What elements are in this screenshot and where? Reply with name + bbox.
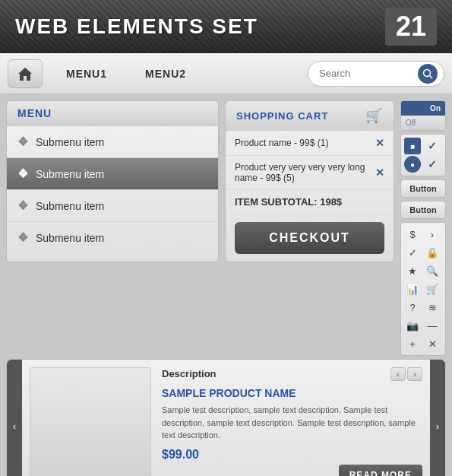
camera-icon[interactable]: 📷 bbox=[404, 317, 421, 334]
cart-remove-1[interactable]: ✕ bbox=[375, 137, 384, 149]
menu-item-4[interactable]: ❖ Submenu item bbox=[7, 222, 218, 253]
menu-item-label-1: Submenu item bbox=[36, 136, 104, 148]
svg-line-2 bbox=[430, 75, 433, 78]
cart-panel: SHOPPING CART 🛒 Product name - 99$ (1) ✕… bbox=[225, 100, 394, 262]
menu-item-label-4: Submenu item bbox=[36, 232, 104, 244]
product-description-label: Description bbox=[162, 368, 217, 379]
widget-blue-square[interactable]: ■ bbox=[404, 138, 421, 154]
home-icon bbox=[17, 66, 33, 81]
menu-bullet-3: ❖ bbox=[17, 198, 28, 213]
close-icon[interactable]: ✕ bbox=[424, 335, 441, 352]
menu-item-3[interactable]: ❖ Submenu item bbox=[7, 190, 218, 222]
nav-bar: MENU1 MENU2 bbox=[0, 53, 452, 94]
product-image bbox=[30, 367, 151, 476]
toggle-off[interactable]: Off bbox=[401, 116, 445, 130]
menu-item-2[interactable]: ❖ Submenu item bbox=[7, 158, 218, 190]
cart-header-label: SHOPPING CART bbox=[236, 110, 328, 122]
menu-header: MENU bbox=[7, 101, 218, 126]
product-nav-next[interactable]: › bbox=[407, 367, 422, 381]
cart-item-2: Product very very very very long name - … bbox=[226, 156, 394, 190]
nav-menu1[interactable]: MENU1 bbox=[47, 61, 126, 87]
cart-header: SHOPPING CART 🛒 bbox=[226, 101, 394, 131]
product-nav-prev[interactable]: ‹ bbox=[390, 367, 406, 381]
rss-icon[interactable]: ≋ bbox=[424, 299, 441, 316]
upper-content: MENU ❖ Submenu item ❖ Submenu item ❖ Sub… bbox=[0, 94, 452, 359]
widget-check-1[interactable]: ✓ bbox=[424, 138, 441, 154]
menu-panel: MENU ❖ Submenu item ❖ Submenu item ❖ Sub… bbox=[6, 100, 219, 262]
checkout-button[interactable]: CHECKOUT bbox=[235, 222, 384, 254]
chart-icon[interactable]: 📊 bbox=[404, 281, 421, 297]
menu-item-1[interactable]: ❖ Submenu item bbox=[7, 126, 218, 158]
widget-button-2[interactable]: Button bbox=[400, 201, 446, 219]
plus-icon[interactable]: + bbox=[404, 335, 421, 352]
dollar-icon[interactable]: $ bbox=[404, 226, 421, 243]
arrow-right-icon[interactable]: › bbox=[424, 226, 441, 243]
widget-check-2[interactable]: ✓ bbox=[424, 156, 441, 173]
menu-bullet-2: ❖ bbox=[17, 167, 28, 181]
product-price: $99.00 bbox=[162, 448, 422, 462]
product-next-button[interactable]: › bbox=[430, 360, 445, 476]
header: WEB ELEMENTS SET 21 bbox=[0, 0, 452, 53]
widget-panel: On Off ■ ✓ ● ✓ Button Button $ › ✓ 🔒 ★ 🔍… bbox=[400, 100, 446, 356]
cart-item-name-2: Product very very very very long name - … bbox=[235, 162, 375, 183]
question-icon[interactable]: ? bbox=[404, 299, 421, 316]
widget-button-1[interactable]: Button bbox=[400, 179, 446, 198]
left-panels: MENU ❖ Submenu item ❖ Submenu item ❖ Sub… bbox=[6, 100, 394, 356]
widget-misc-icons: $ › ✓ 🔒 ★ 🔍 📊 🛒 ? ≋ 📷 — + ✕ bbox=[400, 222, 446, 356]
minus-icon[interactable]: — bbox=[424, 317, 441, 334]
cart-icon: 🛒 bbox=[365, 107, 383, 124]
widget-icon-grid: ■ ✓ ● ✓ bbox=[400, 134, 446, 176]
product-nav-arrows: ‹ › bbox=[390, 367, 422, 381]
star-icon[interactable]: ★ bbox=[404, 262, 421, 279]
menu-item-label-2: Submenu item bbox=[36, 168, 104, 180]
lock-icon[interactable]: 🔒 bbox=[424, 244, 441, 261]
top-panels: MENU ❖ Submenu item ❖ Submenu item ❖ Sub… bbox=[6, 100, 394, 262]
cart-icon-2[interactable]: 🛒 bbox=[424, 281, 441, 297]
nav-search-input[interactable] bbox=[319, 68, 418, 79]
toggle-on[interactable]: On bbox=[401, 101, 445, 116]
cart-remove-2[interactable]: ✕ bbox=[375, 167, 384, 179]
cart-item-name-1: Product name - 99$ (1) bbox=[235, 138, 328, 148]
nav-menu2[interactable]: MENU2 bbox=[126, 61, 205, 87]
product-info: Description ‹ › SAMPLE PRODUCT NAME Samp… bbox=[159, 360, 430, 476]
toggle-widget: On Off bbox=[400, 100, 446, 131]
product-name: SAMPLE PRODUCT NAME bbox=[162, 387, 422, 399]
header-title: WEB ELEMENTS SET bbox=[15, 14, 258, 39]
menu-bullet-1: ❖ bbox=[17, 135, 28, 149]
cart-subtotal: ITEM SUBTOTAL: 198$ bbox=[226, 190, 394, 214]
nav-search-button[interactable] bbox=[418, 64, 438, 84]
widget-blue-circle[interactable]: ● bbox=[404, 156, 421, 173]
product-description: Sample test description, sample text des… bbox=[162, 404, 422, 442]
search-icon-2[interactable]: 🔍 bbox=[424, 262, 441, 279]
cart-item-1: Product name - 99$ (1) ✕ bbox=[226, 131, 394, 156]
home-button[interactable] bbox=[8, 59, 43, 88]
nav-search-bar bbox=[308, 61, 444, 87]
menu-item-label-3: Submenu item bbox=[36, 200, 104, 212]
search-icon bbox=[422, 68, 433, 79]
header-number: 21 bbox=[385, 8, 437, 46]
menu-bullet-4: ❖ bbox=[17, 230, 28, 245]
check-icon[interactable]: ✓ bbox=[404, 244, 421, 261]
svg-marker-0 bbox=[18, 68, 32, 81]
product-section: ‹ Description ‹ › SAMPLE PRODUCT NAME Sa… bbox=[6, 359, 446, 476]
read-more-button[interactable]: READ MORE bbox=[339, 465, 422, 477]
product-prev-button[interactable]: ‹ bbox=[7, 360, 22, 476]
svg-point-1 bbox=[424, 69, 431, 76]
